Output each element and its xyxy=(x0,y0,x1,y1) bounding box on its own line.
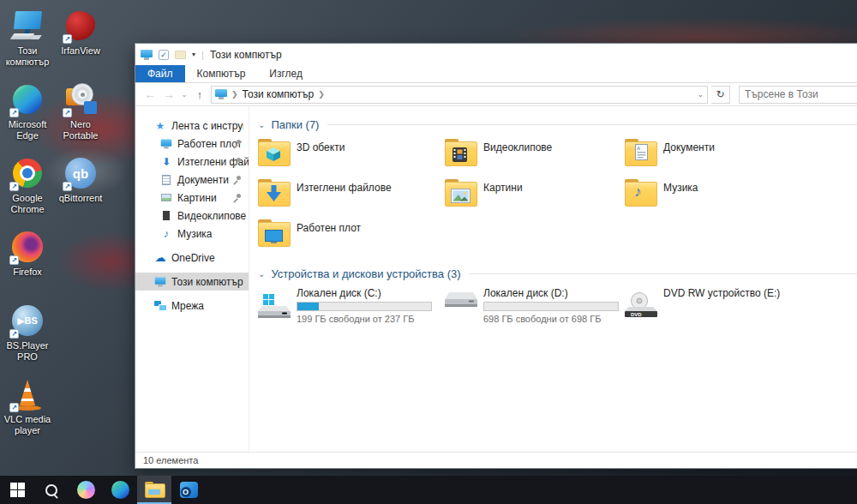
back-button[interactable]: ← xyxy=(142,88,158,101)
forward-button[interactable]: → xyxy=(161,88,177,101)
outlook-icon xyxy=(180,482,198,498)
shortcut-arrow-icon: ↗ xyxy=(63,34,72,44)
properties-button[interactable]: ✓ xyxy=(159,50,169,60)
taskbar-copilot-button[interactable] xyxy=(69,476,103,504)
windows-logo-icon xyxy=(10,483,25,497)
network-icon xyxy=(154,301,166,311)
tab-file[interactable]: Файл xyxy=(135,65,185,82)
desktop-icon-label: Nero Portable xyxy=(54,119,107,141)
refresh-button[interactable]: ↻ xyxy=(711,86,730,104)
sidebar-item-downloads[interactable]: ⬇ Изтеглени файлове xyxy=(135,153,249,171)
desktop-icon-irfanview[interactable]: ↗ IrfanView xyxy=(54,5,107,79)
edge-icon: ↗ xyxy=(10,82,45,117)
desktop-icon-nero-portable[interactable]: ↗ Nero Portable xyxy=(54,79,107,153)
tab-view[interactable]: Изглед xyxy=(257,65,315,82)
file-explorer-icon xyxy=(145,482,164,496)
pin-icon xyxy=(233,158,242,166)
taskbar-edge-button[interactable] xyxy=(103,476,137,504)
svg-text:DVD: DVD xyxy=(631,312,642,317)
this-pc-icon xyxy=(10,9,45,43)
taskbar-outlook-button[interactable] xyxy=(171,476,206,504)
desktop-icon-label: Този компютър xyxy=(1,45,54,68)
folder-tile-downloads[interactable]: Изтеглени файлове xyxy=(258,178,445,219)
sidebar-item-music[interactable]: ♪ Музика xyxy=(135,225,249,243)
document-icon xyxy=(160,175,172,185)
group-divider xyxy=(327,124,857,125)
desktop-icon-label: Firefox xyxy=(13,267,42,278)
desktop-icon-bsplayer[interactable]: ▶BS↗ BS.Player PRO xyxy=(1,300,54,374)
folder-icon: A xyxy=(625,139,656,165)
address-bar[interactable]: ❯ Този компютър ❯ ⌄ xyxy=(211,86,708,104)
tab-computer[interactable]: Компютър xyxy=(185,65,258,82)
edge-icon xyxy=(111,481,129,499)
shortcut-arrow-icon: ↗ xyxy=(63,182,72,191)
folder-icon xyxy=(445,179,476,205)
desktop-icon-label: BS.Player PRO xyxy=(1,340,54,363)
folder-tile-pictures[interactable]: Картини xyxy=(445,178,625,219)
download-arrow-icon xyxy=(267,185,281,202)
hard-drive-icon xyxy=(445,292,477,315)
drive-tile-e[interactable]: DVD DVD RW устройство (E:) xyxy=(625,287,830,327)
folder-icon xyxy=(258,139,289,165)
folder-tile-videos[interactable]: Видеоклипове xyxy=(445,138,625,178)
breadcrumb[interactable]: Този компютър xyxy=(243,88,315,100)
item-count: 10 елемента xyxy=(143,455,198,465)
desktop-icon-label: Google Chrome xyxy=(1,193,54,215)
sidebar-item-quick-access[interactable]: ★ Лента с инструменти xyxy=(135,117,249,135)
sidebar-item-desktop[interactable]: Работен плот xyxy=(135,135,249,153)
star-icon: ★ xyxy=(154,120,166,132)
drive-tile-d[interactable]: Локален диск (D:) 698 ГБ свободни от 698… xyxy=(445,287,625,327)
folder-tile-documents[interactable]: A Документи xyxy=(625,138,830,178)
desktop-icon-microsoft-edge[interactable]: ↗ Microsoft Edge xyxy=(1,79,54,153)
sidebar-item-network[interactable]: Мрежа xyxy=(135,297,249,315)
drive-tile-c[interactable]: Локален диск (C:) 199 ГБ свободни от 237… xyxy=(258,287,445,327)
sidebar-item-documents[interactable]: Документи xyxy=(135,171,249,189)
search-box[interactable] xyxy=(739,86,857,104)
recent-locations-dropdown[interactable]: ⌄ xyxy=(180,90,189,99)
search-input[interactable] xyxy=(745,88,857,100)
desktop-icon-qbittorrent[interactable]: qb↗ qBittorrent xyxy=(54,153,107,226)
customize-toolbar-dropdown[interactable]: ▾ xyxy=(192,51,195,58)
desktop-icon-vlc[interactable]: ↗ VLC media player xyxy=(1,374,54,447)
folder-tile-3d-objects[interactable]: 3D обекти xyxy=(258,138,445,178)
folder-icon xyxy=(258,219,289,245)
folder-tile-desktop[interactable]: Работен плот xyxy=(258,219,445,259)
folder-tile-music[interactable]: ♪ Музика xyxy=(625,178,830,219)
address-dropdown-icon[interactable]: ⌄ xyxy=(697,90,704,99)
desktop-icon-label: IrfanView xyxy=(61,45,100,57)
title-bar[interactable]: ✓ ▾ | Този компютър xyxy=(135,44,857,65)
chrome-icon: ↗ xyxy=(10,156,45,190)
up-button[interactable]: ↑ xyxy=(192,88,207,101)
qbittorrent-icon: qb↗ xyxy=(63,156,98,190)
shortcut-arrow-icon: ↗ xyxy=(63,108,72,117)
start-button[interactable] xyxy=(0,476,34,504)
items-view: ⌄ Папки (7) 3D обекти Видеоклипове xyxy=(249,106,857,452)
sidebar-item-this-pc[interactable]: Този компютър xyxy=(135,273,249,291)
status-bar: 10 елемента xyxy=(135,452,857,468)
collapse-chevron-icon[interactable]: ⌄ xyxy=(258,120,265,129)
shortcut-arrow-icon: ↗ xyxy=(9,329,19,339)
folder-icon: ♪ xyxy=(625,179,656,205)
taskbar-file-explorer-button[interactable] xyxy=(137,476,171,504)
taskbar-search-button[interactable] xyxy=(34,476,69,504)
desktop-icon-this-pc[interactable]: Този компютър xyxy=(1,5,54,79)
breadcrumb-separator[interactable]: ❯ xyxy=(318,90,325,99)
sidebar-item-videos[interactable]: Видеоклипове xyxy=(135,207,249,225)
sidebar-item-pictures[interactable]: Картини xyxy=(135,189,249,207)
shortcut-arrow-icon: ↗ xyxy=(9,108,19,117)
disk-usage-bar xyxy=(483,302,619,311)
devices-group-header[interactable]: ⌄ Устройства и дискови устройства (3) xyxy=(258,267,857,280)
desktop-icon-firefox[interactable]: ↗ Firefox xyxy=(1,226,54,300)
picture-icon xyxy=(160,194,172,201)
shortcut-arrow-icon: ↗ xyxy=(9,182,19,191)
desktop-icon-google-chrome[interactable]: ↗ Google Chrome xyxy=(1,153,54,226)
folders-group-header[interactable]: ⌄ Папки (7) xyxy=(258,118,857,131)
new-folder-button[interactable] xyxy=(175,51,186,59)
breadcrumb-separator: ❯ xyxy=(231,90,238,99)
drives-grid: Локален диск (C:) 199 ГБ свободни от 237… xyxy=(258,287,857,327)
sidebar-item-onedrive[interactable]: ☁ OneDrive xyxy=(135,249,249,267)
cloud-icon: ☁ xyxy=(154,251,166,264)
download-arrow-icon: ⬇ xyxy=(160,156,172,168)
collapse-chevron-icon[interactable]: ⌄ xyxy=(258,269,265,279)
free-space-text: 698 ГБ свободни от 698 ГБ xyxy=(483,314,619,324)
